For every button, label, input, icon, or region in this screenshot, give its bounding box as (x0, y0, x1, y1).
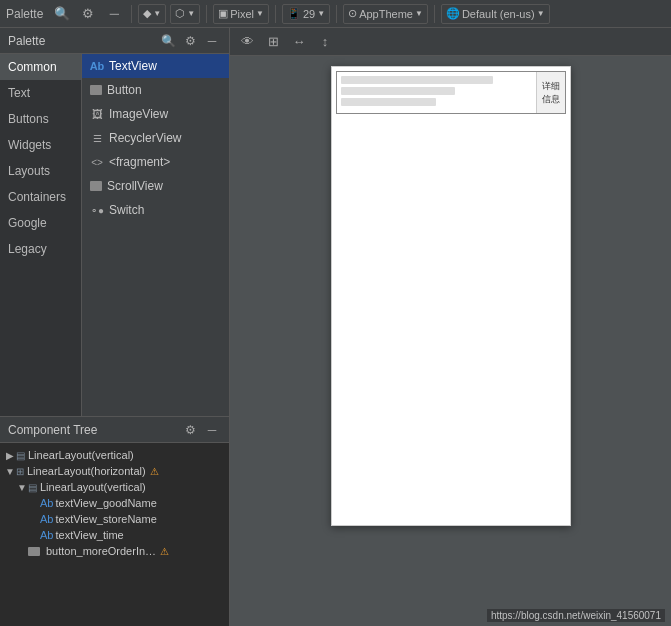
toolbar-sep-5 (434, 5, 435, 23)
line-1 (341, 76, 494, 84)
tree-title: Component Tree (8, 423, 177, 437)
category-google[interactable]: Google (0, 210, 81, 236)
minimize-icon-btn[interactable]: ─ (103, 3, 125, 25)
pixel-dropdown[interactable]: ▣ Pixel ▼ (213, 4, 269, 24)
tree-item-btn-more[interactable]: button_moreOrderIn… ⚠ (0, 543, 229, 559)
list-item-preview: 详细 信息 (336, 71, 566, 114)
palette-item-fragment-label: <fragment> (109, 155, 170, 169)
switch-icon: ⚬● (90, 203, 104, 217)
top-toolbar: Palette 🔍 ⚙ ─ ◆ ▼ ⬡ ▼ ▣ Pixel ▼ 📱 29 ▼ ⊙… (0, 0, 671, 28)
design-canvas-area[interactable]: 详细 信息 https://blog.csdn.net/weixin_41560… (230, 56, 671, 626)
api-dropdown[interactable]: 📱 29 ▼ (282, 4, 330, 24)
search-icon-btn[interactable]: 🔍 (51, 3, 73, 25)
palette-item-imageview-label: ImageView (109, 107, 168, 121)
category-widgets[interactable]: Widgets (0, 132, 81, 158)
tree-item-tv-goodname[interactable]: Ab textView_goodName (0, 495, 229, 511)
imageview-icon: 🖼 (90, 107, 104, 121)
expand-icon: ▼ (4, 466, 16, 477)
palette-item-button-label: Button (107, 83, 142, 97)
tree-item-label: textView_storeName (55, 513, 156, 525)
line-2 (341, 87, 456, 95)
palette-item-textview[interactable]: Ab TextView (82, 54, 229, 78)
palette-settings-btn[interactable]: ⚙ (181, 32, 199, 50)
categories-list: Common Text Buttons Widgets Layouts Cont… (0, 54, 82, 416)
linearlayout-icon: ▤ (16, 450, 25, 461)
category-containers[interactable]: Containers (0, 184, 81, 210)
tree-item-label: textView_goodName (55, 497, 156, 509)
h-arrows-btn[interactable]: ↔ (288, 31, 310, 53)
category-buttons[interactable]: Buttons (0, 106, 81, 132)
fragment-icon: <> (90, 155, 104, 169)
palette-toolbar-label: Palette (6, 7, 43, 21)
theme-dropdown[interactable]: ⊙ AppTheme ▼ (343, 4, 428, 24)
left-panel: Palette 🔍 ⚙ ─ Common Text Buttons Widget… (0, 28, 230, 626)
palette-item-recyclerview[interactable]: ☰ RecyclerView (82, 126, 229, 150)
palette-title: Palette (8, 34, 155, 48)
category-layouts[interactable]: Layouts (0, 158, 81, 184)
line-3 (341, 98, 437, 106)
toolbar-sep-1 (131, 5, 132, 23)
category-common[interactable]: Common (0, 54, 81, 80)
settings-icon-btn[interactable]: ⚙ (77, 3, 99, 25)
palette-item-textview-label: TextView (109, 59, 157, 73)
expand-icon: ▶ (4, 450, 16, 461)
palette-item-button[interactable]: Button (82, 78, 229, 102)
button-tree-icon (28, 547, 40, 556)
tree-minimize-btn[interactable]: ─ (203, 421, 221, 439)
side-label-2: 信息 (542, 93, 560, 106)
textview-ab-icon-3: Ab (40, 529, 53, 541)
scrollview-icon (90, 181, 102, 191)
tree-settings-btn[interactable]: ⚙ (181, 421, 199, 439)
list-item-main (337, 72, 537, 113)
tree-content: ▶ ▤ LinearLayout(vertical) ▼ ⊞ LinearLay… (0, 443, 229, 626)
component-tree: Component Tree ⚙ ─ ▶ ▤ LinearLayout(vert… (0, 416, 229, 626)
tree-item-label: LinearLayout(horizontal) (27, 465, 146, 477)
palette-item-fragment[interactable]: <> <fragment> (82, 150, 229, 174)
palette-item-imageview[interactable]: 🖼 ImageView (82, 102, 229, 126)
grid-btn[interactable]: ⊞ (262, 31, 284, 53)
palette-item-recyclerview-label: RecyclerView (109, 131, 181, 145)
side-label-1: 详细 (542, 80, 560, 93)
tree-header: Component Tree ⚙ ─ (0, 417, 229, 443)
category-text[interactable]: Text (0, 80, 81, 106)
tree-item-ll-vertical2[interactable]: ▼ ▤ LinearLayout(vertical) (0, 479, 229, 495)
list-item-side: 详细 信息 (537, 72, 565, 113)
design-view: 👁 ⊞ ↔ ↕ 详细 信息 (230, 28, 671, 626)
linearlayout-h-icon: ⊞ (16, 466, 24, 477)
warning-icon: ⚠ (150, 466, 159, 477)
palette-minimize-btn[interactable]: ─ (203, 32, 221, 50)
warning-icon-2: ⚠ (160, 546, 169, 557)
palette-search-btn[interactable]: 🔍 (159, 32, 177, 50)
tree-item-label: LinearLayout(vertical) (28, 449, 134, 461)
v-arrows-btn[interactable]: ↕ (314, 31, 336, 53)
recyclerview-icon: ☰ (90, 131, 104, 145)
tree-item-ll-vertical[interactable]: ▶ ▤ LinearLayout(vertical) (0, 447, 229, 463)
toolbar-sep-3 (275, 5, 276, 23)
tree-item-label: textView_time (55, 529, 123, 541)
main-area: Palette 🔍 ⚙ ─ Common Text Buttons Widget… (0, 28, 671, 626)
watermark: https://blog.csdn.net/weixin_41560071 (487, 609, 665, 622)
palette-item-scrollview[interactable]: ScrollView (82, 174, 229, 198)
linearlayout-v2-icon: ▤ (28, 482, 37, 493)
palette-item-switch[interactable]: ⚬● Switch (82, 198, 229, 222)
textview-ab-icon: Ab (40, 497, 53, 509)
toolbar-sep-2 (206, 5, 207, 23)
tree-item-tv-storename[interactable]: Ab textView_storeName (0, 511, 229, 527)
tree-item-label: LinearLayout(vertical) (40, 481, 146, 493)
locale-dropdown[interactable]: 🌐 Default (en-us) ▼ (441, 4, 550, 24)
palette-item-switch-label: Switch (109, 203, 144, 217)
tree-item-tv-time[interactable]: Ab textView_time (0, 527, 229, 543)
toolbar-sep-4 (336, 5, 337, 23)
orientation-dropdown[interactable]: ◆ ▼ (138, 4, 166, 24)
palette-items-list: Ab TextView Button 🖼 ImageView ☰ Recycle… (82, 54, 229, 416)
palette-item-scrollview-label: ScrollView (107, 179, 163, 193)
textview-ab-icon-2: Ab (40, 513, 53, 525)
tree-item-ll-horizontal[interactable]: ▼ ⊞ LinearLayout(horizontal) ⚠ (0, 463, 229, 479)
eye-btn[interactable]: 👁 (236, 31, 258, 53)
device-dropdown[interactable]: ⬡ ▼ (170, 4, 200, 24)
palette-content: Common Text Buttons Widgets Layouts Cont… (0, 54, 229, 416)
phone-preview: 详细 信息 (331, 66, 571, 526)
design-toolbar: 👁 ⊞ ↔ ↕ (230, 28, 671, 56)
category-legacy[interactable]: Legacy (0, 236, 81, 262)
button-icon (90, 85, 102, 95)
